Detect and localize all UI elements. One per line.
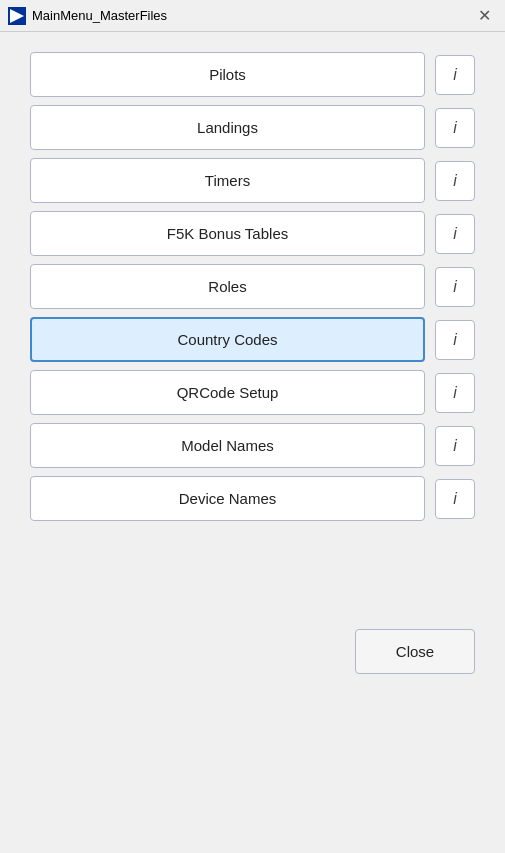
main-content: PilotsiLandingsiTimersiF5K Bonus Tablesi… (0, 32, 505, 549)
menu-button-pilots[interactable]: Pilots (30, 52, 425, 97)
menu-row-model-names: Model Namesi (30, 423, 475, 468)
info-button-pilots[interactable]: i (435, 55, 475, 95)
menu-row-timers: Timersi (30, 158, 475, 203)
app-icon (8, 7, 26, 25)
info-button-qrcode-setup[interactable]: i (435, 373, 475, 413)
menu-row-qrcode-setup: QRCode Setupi (30, 370, 475, 415)
menu-button-timers[interactable]: Timers (30, 158, 425, 203)
menu-row-country-codes: Country Codesi (30, 317, 475, 362)
info-button-timers[interactable]: i (435, 161, 475, 201)
title-bar-text: MainMenu_MasterFiles (32, 8, 472, 23)
menu-row-landings: Landingsi (30, 105, 475, 150)
info-button-f5k-bonus-tables[interactable]: i (435, 214, 475, 254)
info-button-device-names[interactable]: i (435, 479, 475, 519)
menu-button-f5k-bonus-tables[interactable]: F5K Bonus Tables (30, 211, 425, 256)
title-bar-close-button[interactable]: ✕ (472, 6, 497, 25)
title-bar: MainMenu_MasterFiles ✕ (0, 0, 505, 32)
menu-button-qrcode-setup[interactable]: QRCode Setup (30, 370, 425, 415)
menu-button-device-names[interactable]: Device Names (30, 476, 425, 521)
menu-row-roles: Rolesi (30, 264, 475, 309)
info-button-model-names[interactable]: i (435, 426, 475, 466)
info-button-landings[interactable]: i (435, 108, 475, 148)
menu-button-landings[interactable]: Landings (30, 105, 425, 150)
menu-row-device-names: Device Namesi (30, 476, 475, 521)
close-area: Close (0, 609, 505, 694)
menu-row-pilots: Pilotsi (30, 52, 475, 97)
menu-button-model-names[interactable]: Model Names (30, 423, 425, 468)
info-button-country-codes[interactable]: i (435, 320, 475, 360)
menu-row-f5k-bonus-tables: F5K Bonus Tablesi (30, 211, 475, 256)
info-button-roles[interactable]: i (435, 267, 475, 307)
menu-button-country-codes[interactable]: Country Codes (30, 317, 425, 362)
close-button[interactable]: Close (355, 629, 475, 674)
menu-button-roles[interactable]: Roles (30, 264, 425, 309)
